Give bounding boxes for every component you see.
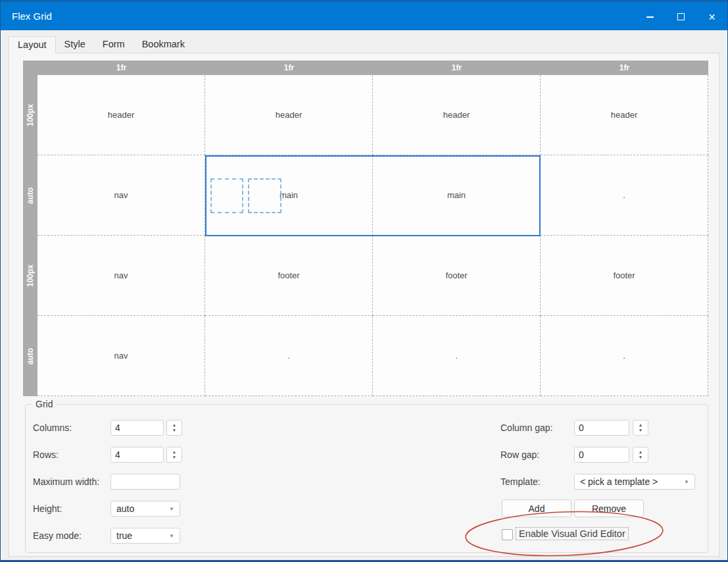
grid-cell[interactable]: footer <box>205 236 373 316</box>
drag-preview-box <box>210 178 243 213</box>
maximum-width-label: Maximum width: <box>33 474 99 490</box>
template-label: Template: <box>500 474 541 490</box>
add-button[interactable]: Add <box>502 499 571 517</box>
grid-cell[interactable]: nav <box>37 236 205 316</box>
maximize-icon <box>677 13 685 20</box>
grid-cell[interactable]: header <box>373 75 541 155</box>
tab-strip: Layout Style Form Bookmark <box>9 36 193 53</box>
grid-cell[interactable]: . <box>205 316 373 396</box>
rows-spinner[interactable]: ▲ ▼ <box>166 447 182 463</box>
column-gap-label: Column gap: <box>500 420 552 436</box>
easy-mode-label: Easy mode: <box>33 528 82 544</box>
enable-visual-grid-editor-checkbox[interactable] <box>502 529 513 540</box>
maximize-button[interactable] <box>666 2 696 32</box>
column-track-header[interactable]: 1fr <box>37 61 205 75</box>
window-title: Flex Grid <box>1 11 52 22</box>
spinner-down-icon: ▼ <box>639 428 643 432</box>
grid-cell[interactable]: nav <box>37 316 205 396</box>
dropdown-arrow-icon: ▼ <box>169 533 174 539</box>
rows-input[interactable] <box>110 447 164 463</box>
spinner-down-icon: ▼ <box>172 455 176 459</box>
title-bar: Flex Grid ✕ <box>1 1 727 30</box>
row-track-header[interactable]: 100px <box>23 236 37 316</box>
tab-content-panel: 1fr 1fr 1fr 1fr 100px header header head… <box>9 53 719 557</box>
row-gap-input[interactable] <box>574 447 629 463</box>
grid-editor: 1fr 1fr 1fr 1fr 100px header header head… <box>23 61 708 396</box>
dropdown-arrow-icon: ▼ <box>684 479 689 485</box>
column-gap-input[interactable] <box>574 420 629 436</box>
remove-button[interactable]: Remove <box>574 499 644 517</box>
row-track-header[interactable]: 100px <box>23 75 37 155</box>
rows-label: Rows: <box>33 447 59 463</box>
spinner-up-icon: ▲ <box>639 450 643 454</box>
drag-preview-box <box>248 178 281 213</box>
window-controls: ✕ <box>635 2 727 32</box>
row-gap-label: Row gap: <box>500 447 539 463</box>
maximum-width-input[interactable] <box>110 474 180 490</box>
track-corner <box>23 61 37 75</box>
grid-cell[interactable]: . <box>373 316 541 396</box>
enable-visual-grid-editor-label[interactable]: Enable Visual Grid Editor <box>516 527 629 540</box>
tab-form[interactable]: Form <box>94 36 133 53</box>
grid-cell[interactable]: footer <box>373 236 541 316</box>
close-icon: ✕ <box>708 13 716 22</box>
close-button[interactable]: ✕ <box>696 2 727 32</box>
template-dropdown[interactable]: < pick a template > ▼ <box>574 474 695 490</box>
columns-input[interactable] <box>110 420 164 436</box>
spinner-down-icon: ▼ <box>172 428 176 432</box>
easy-mode-dropdown-value: true <box>116 530 132 541</box>
grid-cell[interactable]: . <box>541 316 708 396</box>
dropdown-arrow-icon: ▼ <box>169 506 174 512</box>
spinner-up-icon: ▲ <box>172 423 176 427</box>
tab-bookmark[interactable]: Bookmark <box>133 36 193 53</box>
easy-mode-dropdown[interactable]: true ▼ <box>110 528 180 544</box>
grid-cell[interactable]: header <box>205 75 373 155</box>
row-track-header[interactable]: auto <box>23 155 37 236</box>
column-track-header[interactable]: 1fr <box>205 61 373 75</box>
minimize-button[interactable] <box>635 2 666 32</box>
template-dropdown-value: < pick a template > <box>580 476 658 487</box>
height-label: Height: <box>33 501 62 517</box>
height-dropdown[interactable]: auto ▼ <box>110 501 180 517</box>
tab-style[interactable]: Style <box>56 36 94 53</box>
grid-cell[interactable]: footer <box>541 236 708 316</box>
column-track-header[interactable]: 1fr <box>373 61 541 75</box>
row-track-header[interactable]: auto <box>23 316 37 396</box>
group-title: Grid <box>32 399 56 409</box>
row-gap-spinner[interactable]: ▲ ▼ <box>633 447 648 463</box>
app-window: Flex Grid ✕ Layout Style Form Bookmark 1… <box>0 0 728 562</box>
grid-cell[interactable]: . <box>541 155 708 236</box>
tab-layout[interactable]: Layout <box>9 36 56 53</box>
height-dropdown-value: auto <box>116 503 134 514</box>
spinner-up-icon: ▲ <box>639 423 643 427</box>
grid-settings-group: Grid Columns: ▲ ▼ Rows: ▲ ▼ Maximum widt… <box>25 404 708 553</box>
grid-cell[interactable]: header <box>541 75 708 155</box>
columns-label: Columns: <box>33 420 72 436</box>
minimize-icon <box>646 16 654 18</box>
grid-cell[interactable]: header <box>37 75 205 155</box>
spinner-down-icon: ▼ <box>639 455 643 459</box>
spinner-up-icon: ▲ <box>172 450 176 454</box>
column-track-header[interactable]: 1fr <box>541 61 708 75</box>
column-gap-spinner[interactable]: ▲ ▼ <box>633 420 648 436</box>
grid-cell[interactable]: nav <box>37 155 205 236</box>
columns-spinner[interactable]: ▲ ▼ <box>166 420 182 436</box>
